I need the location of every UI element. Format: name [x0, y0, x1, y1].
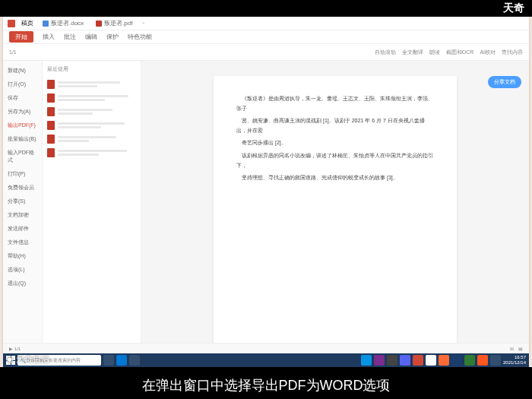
- file-menu-input-pdf[interactable]: 输入PDF格式: [3, 146, 42, 167]
- document-page: 《叛逆者》是由周游执导，朱一龙、童瑶、王志文、王阳、朱珠领衔主演，李强、张子 贤…: [214, 76, 457, 353]
- ribbon-tab-start[interactable]: 开始: [9, 31, 33, 43]
- task-icon[interactable]: [490, 355, 501, 366]
- file-menu-open[interactable]: 打开(O): [3, 78, 42, 91]
- task-icon[interactable]: [374, 355, 385, 366]
- file-menu-free[interactable]: 免费领会员: [3, 181, 42, 195]
- pdf-icon: [47, 80, 55, 89]
- file-menu-help[interactable]: 帮助(H): [3, 249, 42, 263]
- file-menu-new[interactable]: 新建(N): [3, 64, 42, 78]
- app-icon: [8, 20, 15, 27]
- doc-text: 《叛逆者》是由周游执导，朱一龙、童瑶、王志文、王阳、朱珠领衔主演，李强、张子: [236, 96, 433, 111]
- system-tray[interactable]: 16:57 2021/12/14: [503, 355, 526, 365]
- pdf-icon: [47, 93, 55, 103]
- file-menu-info[interactable]: 文件信息: [3, 236, 42, 249]
- tool-translate[interactable]: 全文翻译: [402, 49, 423, 56]
- file-menu-options[interactable]: 选项(L): [3, 263, 42, 277]
- task-icon[interactable]: [400, 355, 410, 366]
- task-icon[interactable]: [116, 355, 127, 366]
- file-menu-save[interactable]: 保存: [3, 91, 42, 105]
- status-zoom-icon[interactable]: ⊞: [510, 346, 514, 351]
- pdf-icon: [47, 135, 55, 144]
- task-icon[interactable]: [361, 355, 372, 366]
- ribbon-tab-protect[interactable]: 保护: [106, 33, 119, 41]
- page-indicator: 1/1: [9, 49, 17, 55]
- recent-item[interactable]: [47, 119, 136, 132]
- toolbar: 1/1 自动滚动 全文翻译 朗读 截图和OCR AI校对 查找内容: [3, 44, 529, 61]
- tool-ocr[interactable]: 截图和OCR: [446, 49, 474, 56]
- task-icon[interactable]: [129, 355, 140, 366]
- taskbar: 🔍在这里输入你要搜索的内容 16:57 2021/12/14: [3, 353, 529, 367]
- app-name: 稿页: [21, 19, 33, 27]
- main-area: 新建(N) 打开(O) 保存 另存为(A) 输出PDF(F) 批量输出(B) 输…: [3, 61, 529, 353]
- top-black-bar: 天奇: [0, 0, 532, 17]
- pdf-icon: [47, 121, 55, 130]
- task-icon[interactable]: [451, 355, 462, 366]
- tool-ai[interactable]: AI校对: [480, 49, 496, 56]
- file-menu-exit[interactable]: 退出(Q): [3, 277, 42, 290]
- doc-text: 贤、姚安濂、曲高谦主演的谍战剧 [1]。该剧于 2021 年 6 月 7 日在央…: [236, 116, 434, 135]
- status-fit-icon[interactable]: ▤: [518, 346, 523, 351]
- watermark: ◉ 天奇生活: [6, 353, 49, 365]
- titlebar: 稿页 叛逆者.docx 叛逆者.pdf +: [3, 17, 529, 30]
- task-icon[interactable]: [387, 355, 397, 366]
- recent-header: 最近使用: [47, 65, 136, 73]
- recent-item[interactable]: [47, 91, 136, 105]
- tab-pdf[interactable]: 叛逆者.pdf: [93, 19, 135, 27]
- file-menu-batch[interactable]: 批量输出(B): [3, 132, 42, 146]
- ribbon-tab-features[interactable]: 特色功能: [128, 33, 152, 41]
- recent-item[interactable]: [47, 78, 136, 91]
- recent-item[interactable]: [47, 132, 136, 146]
- file-menu-share[interactable]: 分享(S): [3, 195, 42, 208]
- task-icon[interactable]: [103, 355, 114, 366]
- task-icon[interactable]: [439, 355, 449, 366]
- ribbon-tab-insert[interactable]: 插入: [43, 33, 55, 41]
- document-area[interactable]: 《叛逆者》是由周游执导，朱一龙、童瑶、王志文、王阳、朱珠领衔主演，李强、张子 贤…: [141, 61, 529, 353]
- doc-text: 该剧根据畀愚的同名小说改编，讲述了林楠笙、朱怡贞等人在中国共产党员的指引下，: [236, 151, 434, 170]
- tool-find[interactable]: 查找内容: [502, 49, 523, 56]
- file-menu-saveas[interactable]: 另存为(A): [3, 105, 42, 119]
- file-menu-email[interactable]: 发送邮件: [3, 222, 42, 236]
- tab-add[interactable]: +: [141, 20, 145, 27]
- ribbon: 开始 插入 批注 编辑 保护 特色功能: [3, 30, 529, 44]
- doc-text: 坚持理想、寻找正确的救国道路、完成信仰的蜕变成长的故事 [3]。: [236, 173, 434, 183]
- app-window: 稿页 叛逆者.docx 叛逆者.pdf + 开始 插入 批注 编辑 保护 特色功…: [3, 17, 529, 353]
- tool-read[interactable]: 朗读: [429, 49, 440, 56]
- statusbar: ▶ 1/1 ⊞ ▤: [3, 343, 529, 353]
- tab-docx[interactable]: 叛逆者.docx: [40, 19, 87, 27]
- status-page: ▶ 1/1: [9, 346, 21, 351]
- pdf-icon: [47, 148, 55, 157]
- recent-item[interactable]: [47, 146, 136, 160]
- task-icon[interactable]: [426, 355, 436, 366]
- ribbon-tab-edit[interactable]: 编辑: [85, 33, 97, 41]
- file-menu: 新建(N) 打开(O) 保存 另存为(A) 输出PDF(F) 批量输出(B) 输…: [3, 61, 43, 353]
- file-menu-export-pdf[interactable]: 输出PDF(F): [3, 119, 42, 132]
- task-icon[interactable]: [413, 355, 423, 366]
- tool-scroll[interactable]: 自动滚动: [375, 49, 396, 56]
- task-icon[interactable]: [477, 355, 488, 366]
- ribbon-tab-comment[interactable]: 批注: [64, 33, 76, 41]
- pdf-icon: [47, 107, 55, 116]
- file-menu-encrypt[interactable]: 文档加密: [3, 208, 42, 222]
- file-menu-print[interactable]: 打印(P): [3, 167, 42, 181]
- recent-panel: 最近使用: [43, 61, 141, 353]
- task-icon[interactable]: [464, 355, 475, 366]
- share-button[interactable]: 分享文档: [488, 76, 521, 88]
- doc-text: 奇艺同步播出 [2]。: [236, 138, 434, 148]
- recent-item[interactable]: [47, 105, 136, 119]
- video-subtitle: 在弹出窗口中选择导出PDF为WORD选项: [142, 376, 391, 394]
